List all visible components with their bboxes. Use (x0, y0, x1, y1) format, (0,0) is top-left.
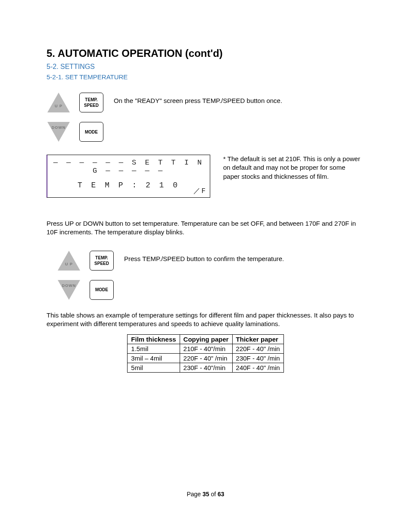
up-label: U P (47, 104, 71, 108)
svg-marker-1 (47, 122, 70, 142)
up-button-2[interactable]: U P (57, 250, 81, 271)
instruction-text-2: Press TEMP./SPEED button to confirm the … (124, 255, 284, 262)
footer-prefix: Page (187, 491, 202, 498)
up-label-2: U P (57, 262, 81, 266)
th-thicker: Thicker paper (232, 335, 283, 344)
speed-label: SPEED (84, 103, 99, 108)
cell: 5mil (128, 363, 180, 373)
down-label: DOWN (47, 125, 71, 130)
triangle-down-icon (47, 121, 71, 143)
table-row: 3mil – 4mil 220F - 40" /min 230F - 40" /… (128, 354, 283, 363)
table-row: 1.5mil 210F - 40"/min 220F - 40" /min (128, 344, 283, 354)
mode-label: MODE (85, 129, 98, 135)
paragraph-1: Press UP or DOWN button to set temperatu… (47, 219, 364, 237)
down-button[interactable]: DOWN (47, 121, 71, 143)
speed-label-2: SPEED (94, 261, 109, 266)
footer-total: 63 (218, 491, 224, 498)
button-cluster-1: U P TEMP. SPEED DOWN MODE (47, 92, 103, 143)
up-button[interactable]: U P (47, 92, 71, 113)
lcd-note-text: * The default is set at 210F. This is on… (223, 155, 361, 181)
instruction-text-1: On the "READY" screen press TEMP./SPEED … (114, 97, 282, 104)
temp-label: TEMP. (85, 97, 97, 103)
th-copying: Copying paper (180, 335, 232, 344)
cell: 240F - 40" /min (232, 363, 283, 373)
cell: 3mil – 4mil (128, 354, 180, 363)
mode-button[interactable]: MODE (79, 122, 103, 142)
cell: 220F - 40" /min (232, 344, 283, 354)
lcd-line-2: T E M P : 2 1 0 (52, 181, 206, 190)
temp-speed-button-2[interactable]: TEMP. SPEED (90, 251, 114, 271)
footer-current: 35 (202, 491, 209, 498)
cell: 1.5mil (128, 344, 180, 354)
button-cluster-2: U P TEMP. SPEED DOWN MODE (57, 250, 114, 301)
down-button-2[interactable]: DOWN (57, 279, 81, 301)
svg-marker-0 (47, 93, 70, 112)
page-title: 5. AUTOMATIC OPERATION (cont'd) (47, 47, 364, 59)
svg-marker-2 (58, 251, 80, 271)
page-footer: Page 35 of 63 (0, 491, 411, 498)
lcd-unit: ／F (193, 187, 206, 196)
triangle-up-icon (47, 92, 71, 113)
cell: 220F - 40" /min (180, 354, 232, 363)
settings-table: Film thickness Copying paper Thicker pap… (127, 334, 283, 373)
lcd-display: — — — — — — S E T T I N G — — — — — T E … (47, 155, 210, 198)
triangle-up-icon (57, 250, 81, 271)
section-heading: 5-2. SETTINGS (47, 63, 364, 71)
triangle-down-icon (57, 279, 81, 301)
paragraph-2: This table shows an example of temperatu… (47, 311, 364, 329)
down-label-2: DOWN (57, 283, 81, 288)
footer-middle: of (209, 491, 218, 498)
temp-speed-button[interactable]: TEMP. SPEED (79, 93, 103, 112)
cell: 230F - 40" /min (232, 354, 283, 363)
svg-marker-3 (58, 280, 80, 300)
mode-button-2[interactable]: MODE (90, 280, 114, 300)
temp-label-2: TEMP. (95, 255, 108, 261)
cell: 230F - 40"/min (180, 363, 232, 373)
subsection-heading: 5-2-1. SET TEMPERATURE (47, 73, 364, 81)
table-header-row: Film thickness Copying paper Thicker pap… (128, 335, 283, 344)
lcd-line-1: — — — — — — S E T T I N G — — — — — (52, 159, 206, 175)
cell: 210F - 40"/min (180, 344, 232, 354)
th-film: Film thickness (128, 335, 180, 344)
table-row: 5mil 230F - 40"/min 240F - 40" /min (128, 363, 283, 373)
mode-label-2: MODE (95, 287, 108, 292)
